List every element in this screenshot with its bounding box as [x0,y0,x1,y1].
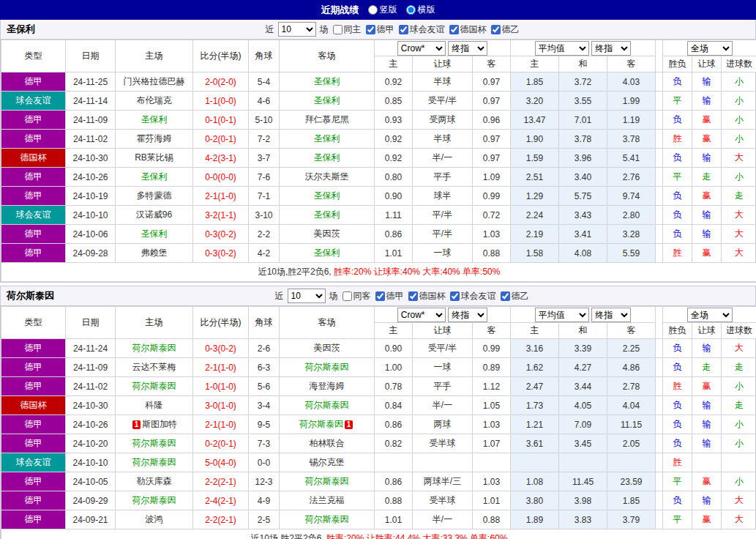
subcol-result: 胜负 [663,56,692,73]
away-team: 沃尔夫斯堡 [280,168,375,187]
subcol-avg-away: 客 [607,56,656,73]
same-venue-checkbox[interactable]: 同客 [342,290,371,302]
layout-option-vertical[interactable]: 竖版 [368,4,397,16]
league-input[interactable] [449,25,459,34]
league-checkbox-bundesliga2[interactable]: 德乙 [490,23,520,36]
corner-score: 2-5 [249,510,280,529]
league-checkbox-bundesliga[interactable]: 德甲 [365,23,394,36]
odds-away: 0.96 [473,111,511,130]
result-handicap: 输 [692,415,722,434]
team-link: 汉诺威96 [136,209,172,220]
league-input[interactable] [491,25,501,34]
league-input[interactable] [366,25,375,34]
match-date: 24-09-28 [66,244,116,263]
avg-stage-select[interactable]: 终指 [591,41,631,56]
bookmaker-select[interactable]: Crow* [397,41,446,56]
same-venue-input[interactable] [343,291,352,301]
odds-handicap: 受半球 [413,491,473,510]
team-link: 圣保利 [314,133,340,144]
team-link: 拜仁慕尼黑 [305,114,349,124]
league-input[interactable] [501,291,510,301]
separator [656,111,663,130]
avg-home: 1.73 [511,396,559,415]
col-date: 日期 [66,307,116,339]
odds-group-header: Crow* 终指 [375,307,511,323]
separator [656,472,663,491]
match-row: 德甲24-10-05勒沃库森2-2(2-1)12-3荷尔斯泰因0.86两球半/三… [1,472,756,491]
avg-home: 3.20 [511,92,559,111]
league-checkbox-bundesliga2[interactable]: 德乙 [500,290,529,302]
avg-select[interactable]: 平均值 [535,41,589,56]
avg-away: 11.15 [607,415,656,434]
avg-away: 4.86 [607,358,656,377]
result-wdl: 负 [663,396,692,415]
result-handicap [692,453,722,472]
team-section-st-pauli: 圣保利 近 10 场 同主 德甲 球会友谊 德国杯 德乙 类型 日期 主场 比分… [0,20,756,283]
league-checkbox-pokal[interactable]: 德国杯 [408,290,446,302]
team-link: 圣保利 [314,248,340,258]
subcol-handicap-result: 让球 [692,56,722,73]
team-link: 圣保利 [141,171,168,182]
home-team: 多特蒙德 [116,187,193,206]
avg-draw: 3.44 [559,377,607,396]
red-card-badge: 1 [345,420,353,429]
avg-stage-select[interactable]: 终指 [591,308,631,322]
odds-stage-select[interactable]: 终指 [448,308,487,322]
result-goals: 小 [722,130,756,149]
match-date: 24-11-02 [66,130,116,149]
avg-draw: 3.55 [559,92,607,111]
avg-draw: 3.83 [559,510,607,529]
same-venue-checkbox[interactable]: 同主 [332,23,362,36]
odds-stage-select[interactable]: 终指 [448,41,487,56]
topbar: 近期战绩 竖版 横版 [0,0,756,20]
matches-tbody: 德甲24-11-24荷尔斯泰因0-3(0-2)2-6美因茨0.90受平/半0.9… [1,339,756,529]
result-handicap: 输 [692,434,722,453]
league-input[interactable] [450,291,460,301]
league-checkbox-friendly[interactable]: 球会友谊 [449,290,496,302]
odds-away: 0.99 [473,339,511,358]
odds-handicap: 半/一 [413,396,473,415]
avg-home: 1.85 [511,73,559,92]
avg-away: 4.03 [607,73,656,92]
league-input[interactable] [375,291,385,301]
filter-bar: 近 10 场 同客 德甲 德国杯 球会友谊 德乙 [54,289,749,303]
match-count-select[interactable]: 10 [278,22,316,37]
same-venue-input[interactable] [333,25,343,34]
odds-home: 0.80 [375,168,413,187]
league-checkbox-bundesliga[interactable]: 德甲 [375,290,404,302]
vertical-layout-radio[interactable] [368,5,378,15]
result-handicap: 赢 [692,187,722,206]
league-badge: 德国杯 [1,149,66,168]
league-checkbox-friendly[interactable]: 球会友谊 [398,23,445,36]
match-score: 2-1(1-0) [193,187,249,206]
team-link: 圣保利 [141,228,168,239]
away-team: 圣保利 [280,244,375,263]
separator [656,92,663,111]
separator [656,187,663,206]
corner-score: 2-2 [249,225,280,244]
layout-option-horizontal[interactable]: 横版 [406,4,435,16]
col-corner: 角球 [249,307,280,339]
avg-away: 3.79 [607,510,656,529]
team-link: 柏林联合 [310,438,345,448]
match-row: 球会友谊24-10-10荷尔斯泰因5-0(4-0)0-0锡尔克堡胜 [1,453,756,472]
league-badge: 德甲 [1,187,66,206]
league-badge: 德甲 [1,111,66,130]
scope-select[interactable]: 全场 [687,41,733,56]
avg-select[interactable]: 平均值 [535,308,589,322]
league-checkbox-pokal[interactable]: 德国杯 [449,23,487,36]
team-link: 荷尔斯泰因 [305,400,349,410]
horizontal-layout-radio[interactable] [406,5,416,15]
match-score: 0-3(0-2) [193,225,249,244]
odds-away: 0.97 [473,130,511,149]
home-team: RB莱比锡 [116,149,193,168]
match-count-select[interactable]: 10 [288,289,326,303]
scope-select[interactable]: 全场 [687,308,733,322]
bookmaker-select[interactable]: Crow* [397,308,446,322]
league-input[interactable] [408,291,418,301]
separator [656,206,663,225]
league-input[interactable] [399,25,408,34]
odds-home: 0.90 [375,187,413,206]
avg-draw: 3.72 [559,73,607,92]
home-team: 科隆 [116,396,193,415]
